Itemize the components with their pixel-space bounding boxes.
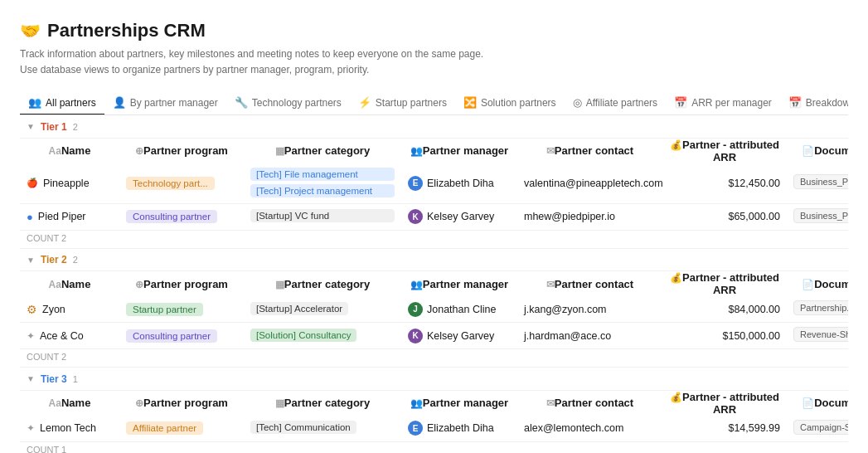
table-header-tier1: AaName ⊕Partner program ▦Partner categor… <box>20 138 848 163</box>
tier2-label: Tier 2 <box>41 254 67 265</box>
pineapple-contact-cell: valentina@pineappletech.com <box>517 163 662 204</box>
affiliate-partners-icon: ◎ <box>573 96 582 109</box>
zyon-cat1[interactable]: [Startup] Accelerator <box>250 302 348 315</box>
tier3-count-label: COUNT <box>27 445 59 453</box>
pineapple-icon: 🍎 <box>27 178 38 189</box>
lemon-program-tag[interactable]: Affiliate partner <box>126 421 203 435</box>
table-row: 🍎 Pineapple Technology part... [Tech] Fi… <box>20 163 848 204</box>
zyon-category-cell: [Startup] Accelerator <box>244 296 401 323</box>
arr-manager-icon: 📅 <box>674 96 687 109</box>
tab-arr-manager[interactable]: 📅 ARR per manager <box>666 91 780 115</box>
ace-manager-cell: K Kelsey Garvey <box>401 323 517 349</box>
tier1-toggle[interactable]: ▼ <box>27 122 35 131</box>
ace-category-cell: [Solution] Consultancy <box>244 323 401 349</box>
pineapple-name-cell: 🍎 Pineapple <box>20 163 119 204</box>
piedpiper-contact-cell: mhew@piedpiper.io <box>517 203 662 230</box>
ace-cat1[interactable]: [Solution] Consultancy <box>250 329 356 342</box>
tier1-count-value: 2 <box>61 233 66 243</box>
table-row: ✦ Lemon Tech Affiliate partner [Tech] Co… <box>20 416 848 442</box>
pineapple-arr-cell: $12,450.00 <box>662 163 787 204</box>
arr-col-icon: 💰 <box>670 139 682 151</box>
tier3-group: ▼ Tier 3 1 AaName ⊕Partner program ▦Part… <box>20 368 848 453</box>
pineapple-manager-cell: E Elizabeth Diha <box>401 163 517 204</box>
ace-program-cell: Consulting partner <box>119 323 244 349</box>
piedpiper-category-cell: [Startup] VC fund <box>244 203 401 230</box>
piedpiper-icon: ● <box>27 211 33 223</box>
ace-program-tag[interactable]: Consulting partner <box>126 329 217 343</box>
tier3-count-row: COUNT 1 <box>20 441 848 453</box>
tier3-label: Tier 3 <box>41 373 67 385</box>
ace-contact-cell: j.hardman@ace.co <box>517 323 662 349</box>
tab-by-manager[interactable]: 👤 By partner manager <box>104 91 226 115</box>
lemon-category-cell: [Tech] Communication <box>244 416 401 442</box>
contact-col-icon: ✉ <box>546 145 555 157</box>
tier1-count: 2 <box>73 122 78 132</box>
pineapple-doc[interactable]: Business_Pro... <box>793 174 848 189</box>
tab-bar: 👥 All partners 👤 By partner manager 🔧 Te… <box>20 91 848 115</box>
table-row: ⚙ Zyon Startup partner [Startup] Acceler… <box>20 296 848 323</box>
lemon-cat1[interactable]: [Tech] Communication <box>250 421 356 434</box>
lemon-arr-cell: $14,599.99 <box>662 416 787 442</box>
program-col-icon: ⊕ <box>135 145 143 157</box>
pineapple-cat1[interactable]: [Tech] File management <box>250 168 395 181</box>
piedpiper-program-tag[interactable]: Consulting partner <box>126 210 217 223</box>
pineapple-program-tag[interactable]: Technology part... <box>126 177 215 190</box>
table-row: ● Pied Piper Consulting partner [Startup… <box>20 203 848 230</box>
tier2-header-row: ▼ Tier 2 2 <box>20 248 848 271</box>
ace-icon: ✦ <box>27 330 35 342</box>
zyon-program-tag[interactable]: Startup partner <box>126 303 203 316</box>
tab-breakdown-partner[interactable]: 📅 Breakdown per partner <box>780 91 848 115</box>
lemon-program-cell: Affiliate partner <box>119 416 244 442</box>
table-header-tier2: AaName ⊕Partner program ▦Partner categor… <box>20 271 848 297</box>
pineapple-manager-avatar: E <box>408 176 423 191</box>
all-partners-icon: 👥 <box>28 96 41 109</box>
zyon-icon: ⚙ <box>27 303 37 316</box>
tab-affiliate-partners[interactable]: ◎ Affiliate partners <box>565 91 667 115</box>
tab-startup-partners[interactable]: ⚡ Startup partners <box>350 91 455 115</box>
docs-col-icon: 📄 <box>802 145 814 157</box>
piedpiper-cat1[interactable]: [Startup] VC fund <box>250 209 395 222</box>
tier2-count-label: COUNT <box>27 352 59 362</box>
zyon-manager-cell: J Jonathan Cline <box>401 296 517 323</box>
tier2-count-row: COUNT 2 <box>20 349 848 368</box>
piedpiper-arr-cell: $65,000.00 <box>662 203 787 230</box>
tier2-toggle[interactable]: ▼ <box>27 256 35 265</box>
tier3-toggle[interactable]: ▼ <box>27 374 35 383</box>
tier1-group: ▼ Tier 1 2 AaName ⊕Partner program ▦Part… <box>20 115 848 248</box>
zyon-doc[interactable]: Partnership.pdf <box>793 300 848 315</box>
piedpiper-name-cell: ● Pied Piper <box>20 203 119 230</box>
lemon-contact-cell: alex@lemontech.com <box>517 416 662 442</box>
name-col-icon: Aa <box>49 145 61 157</box>
tier2-count: 2 <box>73 255 78 265</box>
tier2-group: ▼ Tier 2 2 AaName ⊕Partner program ▦Part… <box>20 248 848 368</box>
solution-partners-icon: 🔀 <box>463 96 477 109</box>
tab-all-partners[interactable]: 👥 All partners <box>20 91 104 115</box>
breakdown-partner-icon: 📅 <box>788 96 802 109</box>
zyon-program-cell: Startup partner <box>119 296 244 323</box>
lemon-doc[interactable]: Campaign-Su... <box>793 420 848 435</box>
tab-solution-partners[interactable]: 🔀 Solution partners <box>455 91 565 115</box>
data-table: ▼ Tier 1 2 AaName ⊕Partner program ▦Part… <box>20 115 848 453</box>
ace-doc[interactable]: Revenue-Sha... <box>793 327 848 342</box>
tier3-header-row: ▼ Tier 3 1 <box>20 368 848 391</box>
tab-tech-partners[interactable]: 🔧 Technology partners <box>226 91 350 115</box>
lemon-manager-avatar: E <box>408 421 423 436</box>
zyon-arr-cell: $84,000.00 <box>662 296 787 323</box>
piedpiper-doc[interactable]: Business_Pro... <box>793 208 848 223</box>
page-subtitle: Track information about partners, key mi… <box>20 46 848 78</box>
zyon-docs-cell: Partnership.pdf <box>787 296 848 323</box>
tier3-count-value: 1 <box>61 445 66 453</box>
lemon-name-cell: ✦ Lemon Tech <box>20 416 119 442</box>
tier1-label: Tier 1 <box>41 121 67 133</box>
table-row: ✦ Ace & Co Consulting partner [Solution]… <box>20 323 848 349</box>
by-manager-icon: 👤 <box>113 96 126 109</box>
zyon-name-cell: ⚙ Zyon <box>20 296 119 323</box>
lemon-docs-cell: Campaign-Su... <box>787 416 848 442</box>
tier1-count-label: COUNT <box>27 233 59 243</box>
page-title: Partnerships CRM <box>47 20 206 41</box>
page-header: 🤝 Partnerships CRM Track information abo… <box>20 20 848 78</box>
pineapple-cat2[interactable]: [Tech] Project management <box>250 184 395 197</box>
tech-partners-icon: 🔧 <box>235 96 248 109</box>
piedpiper-manager-cell: K Kelsey Garvey <box>401 203 517 230</box>
main-page: 🤝 Partnerships CRM Track information abo… <box>0 0 868 453</box>
